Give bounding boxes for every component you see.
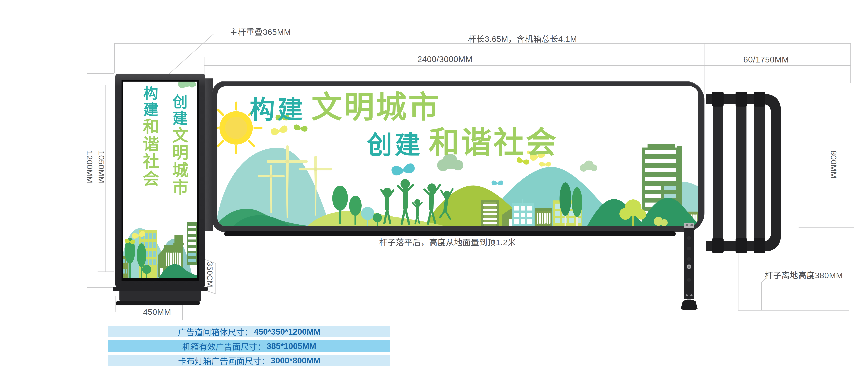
poster-column-1: 构建和谐社会 xyxy=(141,86,158,188)
slogan-2-highlight: 创建 xyxy=(367,134,423,157)
spec-row-cabinet-size: 广告道闸箱体尺寸：450*350*1200MM xyxy=(108,326,390,337)
support-leg xyxy=(675,223,703,311)
building-ladder-tower xyxy=(481,200,499,226)
cloud-green-small xyxy=(580,161,597,172)
banner-ad-face: 构建 文明城市 创建 和谐社会 xyxy=(217,86,698,226)
spec-value: 3000*800MM xyxy=(271,356,320,365)
banner-slogan-line-1: 构建 文明城市 xyxy=(250,94,441,121)
cabinet-base-lip xyxy=(113,287,208,291)
poster-column-2: 创建文明城市 xyxy=(170,94,187,196)
poster-col2-highlight: 创建 xyxy=(170,94,187,127)
spec-row-ad-face-size: 机箱有效广告面尺寸：385*1005MM xyxy=(108,340,390,352)
slogan-1-highlight: 构建 xyxy=(250,98,306,121)
barrier-gate-spec-diagram: 构建 文明城市 创建 和谐社会 xyxy=(0,0,868,391)
cabinet-base-flange xyxy=(116,301,199,305)
height-1200-label: 1200MM xyxy=(85,151,94,184)
span-dimension-label: 2400/3000MM xyxy=(417,55,472,64)
poster-tower xyxy=(187,222,197,265)
overlap-dimension-label: 主杆重叠365MM xyxy=(229,25,291,37)
spec-label: 卡布灯箱广告画面尺寸： xyxy=(178,354,270,366)
slogan-1-rest: 文明城市 xyxy=(311,93,441,121)
building-colonnade-1 xyxy=(535,208,552,226)
poster-col1-highlight: 构建 xyxy=(141,86,158,118)
cabinet-ad-poster: 构建和谐社会 创建文明城市 xyxy=(123,82,197,278)
end-span-dimension-label: 60/1750MM xyxy=(743,55,789,64)
spec-value: 385*1005MM xyxy=(267,341,316,351)
barrier-height-label: 800MM xyxy=(829,151,838,178)
total-length-label: 杆长3.65M，含机箱总长4.1M xyxy=(468,32,577,44)
cabinet-base-block xyxy=(119,291,201,302)
spec-row-lightbox-size: 卡布灯箱广告画面尺寸：3000*800MM xyxy=(108,355,390,366)
height-1050-label: 1050MM xyxy=(97,151,106,184)
depth-label: 350CM xyxy=(205,262,214,287)
spec-label: 广告道闸箱体尺寸： xyxy=(178,326,253,338)
poster-cloud xyxy=(178,82,196,88)
poster-col2-rest: 文明城市 xyxy=(170,127,188,196)
end-fence-section xyxy=(705,92,783,253)
spec-label: 机箱有效广告面尺寸： xyxy=(182,340,266,352)
ground-clearance-label: 杆子离地高度380MM xyxy=(765,269,843,281)
level-height-note: 杆子落平后，高度从地面量到顶1.2米 xyxy=(379,236,516,248)
spec-value: 450*350*1200MM xyxy=(254,327,320,336)
slogan-2-rest: 和谐社会 xyxy=(429,129,558,157)
banner-slogan-line-2: 创建 和谐社会 xyxy=(367,129,558,157)
width-label: 450MM xyxy=(143,307,171,317)
arm-mounting-plate xyxy=(205,78,213,231)
poster-col1-rest: 和谐社会 xyxy=(141,118,159,188)
